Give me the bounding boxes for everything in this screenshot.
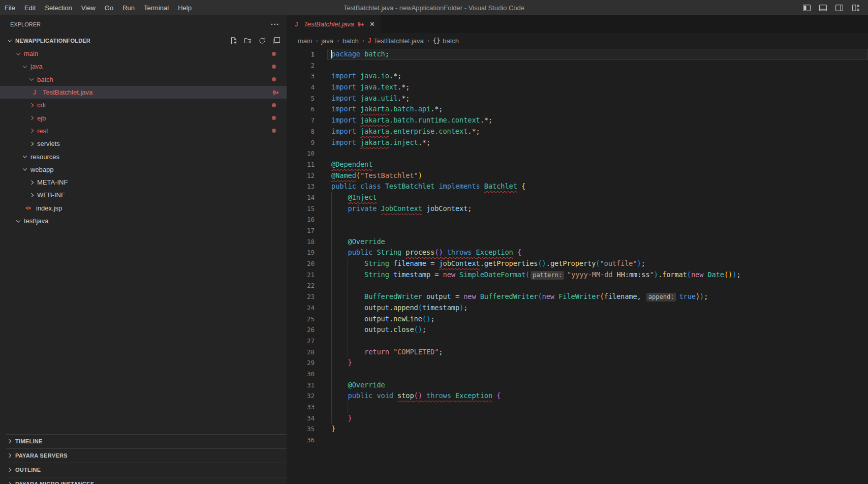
menu-file[interactable]: File: [0, 0, 20, 15]
tree-item-java[interactable]: java: [0, 60, 287, 73]
tree-item-meta-inf[interactable]: META-INF: [0, 176, 287, 189]
section-timeline[interactable]: TIMELINE: [0, 434, 287, 448]
code-line[interactable]: 30: [287, 369, 868, 380]
code-line[interactable]: 18 @Override: [287, 236, 868, 248]
code-token: [517, 182, 521, 190]
code-line[interactable]: 3import java.io.*;: [287, 71, 868, 82]
menu-edit[interactable]: Edit: [20, 0, 40, 15]
code-line[interactable]: 6import jakarta.batch.api.*;: [287, 104, 868, 115]
code-line[interactable]: 17: [287, 225, 868, 236]
code-token: [331, 237, 348, 246]
code-line[interactable]: 10: [287, 148, 868, 159]
code-token: .*;: [480, 116, 492, 124]
code-line[interactable]: 23 BufferedWriter output = new BufferedW…: [287, 291, 868, 302]
tree-item-webapp[interactable]: webapp: [0, 163, 287, 176]
chevron-right-icon: [29, 129, 34, 133]
tree-item-web-inf[interactable]: WEB-INF: [0, 189, 287, 201]
code-line[interactable]: 31 @Override: [287, 380, 868, 391]
breadcrumb-item-main[interactable]: main: [298, 37, 312, 45]
tree-item-main[interactable]: main: [0, 47, 287, 60]
tree-item-test-java[interactable]: test\java: [0, 215, 287, 227]
code-line[interactable]: 25 output.newLine();: [287, 314, 868, 325]
project-root-row[interactable]: NEWAPPLICATIONFOLDER: [0, 34, 287, 47]
chevron-down-icon: [16, 51, 20, 55]
tab-testbatchlet[interactable]: J TestBatchlet.java 9+ ✕: [287, 15, 381, 33]
new-folder-icon[interactable]: [243, 36, 252, 45]
code-line[interactable]: 35}: [287, 424, 868, 435]
breadcrumb-item-java[interactable]: java: [321, 37, 333, 45]
code-token: {: [521, 182, 525, 190]
line-number: 33: [287, 402, 315, 413]
code-line[interactable]: 26 output.close();: [287, 324, 868, 336]
code-line[interactable]: 22: [287, 280, 868, 291]
code-line[interactable]: 8import jakarta.enterprise.context.*;: [287, 126, 868, 137]
code-token: import: [331, 94, 356, 102]
code-token: "COMPLETED": [393, 348, 439, 356]
collapse-all-icon[interactable]: [272, 36, 281, 45]
breadcrumb-item-testbatchlet-java[interactable]: JTestBatchlet.java: [368, 37, 424, 45]
code-line[interactable]: 9import jakarta.inject.*;: [287, 137, 868, 148]
code-line[interactable]: 12@Named("TestBatchlet"): [287, 170, 868, 182]
menu-terminal[interactable]: Terminal: [139, 0, 173, 15]
code-line[interactable]: 33: [287, 402, 868, 413]
line-content: import java.text.*;: [331, 82, 410, 93]
code-line[interactable]: 16: [287, 214, 868, 225]
tree-item-resources[interactable]: resources: [0, 150, 287, 163]
breadcrumb-item-batch[interactable]: {}batch: [433, 37, 459, 45]
refresh-icon[interactable]: [258, 36, 266, 45]
tab-bar: J TestBatchlet.java 9+ ✕: [287, 15, 868, 33]
section-payara-micro-instances[interactable]: PAYARA MICRO INSTANCES: [0, 477, 287, 484]
code-line[interactable]: 21 String timestamp = new SimpleDateForm…: [287, 269, 868, 281]
code-line[interactable]: 2: [287, 60, 868, 71]
code-line[interactable]: 29 }: [287, 357, 868, 369]
code-line[interactable]: 32 public void stop() throws Exception {: [287, 390, 868, 402]
code-line[interactable]: 11@Dependent: [287, 159, 868, 170]
code-token: [356, 83, 360, 91]
code-line[interactable]: 13public class TestBatchlet implements B…: [287, 181, 868, 192]
section-outline[interactable]: OUTLINE: [0, 463, 287, 477]
code-line[interactable]: 34 }: [287, 413, 868, 424]
code-line[interactable]: 27: [287, 336, 868, 347]
code-line[interactable]: 14 @Inject: [287, 192, 868, 203]
menu-go[interactable]: Go: [100, 0, 118, 15]
close-icon[interactable]: ✕: [369, 20, 375, 28]
code-line[interactable]: 19 public String process() throws Except…: [287, 247, 868, 258]
tree-item-index-jsp[interactable]: <>index.jsp: [0, 202, 287, 215]
toggle-secondary-sidebar-icon[interactable]: [833, 2, 845, 13]
tree-item-batch[interactable]: batch: [0, 73, 287, 86]
new-file-icon[interactable]: [229, 36, 238, 45]
tree-item-rest[interactable]: rest: [0, 125, 287, 137]
more-actions-icon[interactable]: ···: [271, 20, 280, 28]
code-line[interactable]: 36: [287, 435, 868, 446]
section-payara-servers[interactable]: PAYARA SERVERS: [0, 448, 287, 463]
menu-selection[interactable]: Selection: [40, 0, 76, 15]
code-line[interactable]: 20 String filename = jobContext.getPrope…: [287, 258, 868, 269]
tree-item-servlets[interactable]: servlets: [0, 137, 287, 150]
code-line[interactable]: 4import java.text.*;: [287, 82, 868, 93]
code-line[interactable]: 5import java.util.*;: [287, 93, 868, 104]
problems-count-badge: 9+: [272, 89, 279, 96]
menu-run[interactable]: Run: [118, 0, 139, 15]
chevron-right-icon: [7, 468, 11, 472]
code-token: .: [389, 315, 393, 323]
code-line[interactable]: 7import jakarta.batch.runtime.context.*;: [287, 115, 868, 126]
java-file-icon: J: [368, 37, 371, 44]
menu-view[interactable]: View: [77, 0, 100, 15]
toggle-panel-icon[interactable]: [817, 2, 828, 13]
code-line[interactable]: 1package batch;: [287, 49, 868, 60]
error-dot-badge: [272, 116, 276, 120]
code-area[interactable]: 1package batch;23import java.io.*;4impor…: [287, 48, 868, 484]
tree-item-cdi[interactable]: cdi: [0, 99, 287, 111]
code-token: [356, 105, 360, 113]
menu-help[interactable]: Help: [173, 0, 196, 15]
breadcrumb-item-batch[interactable]: batch: [343, 37, 359, 45]
tree-item-ejb[interactable]: ejb: [0, 111, 287, 124]
code-line[interactable]: 15 private JobContext jobContext;: [287, 203, 868, 215]
code-line[interactable]: 28 return "COMPLETED";: [287, 347, 868, 358]
code-token: timestamp: [393, 270, 430, 279]
toggle-primary-sidebar-icon[interactable]: [801, 2, 812, 13]
code-line[interactable]: 24 output.append(timestamp);: [287, 302, 868, 314]
code-token: [356, 116, 360, 124]
customize-layout-icon[interactable]: [850, 2, 861, 13]
tree-item-testbatchlet-java[interactable]: JTestBatchlet.java9+: [0, 86, 287, 99]
